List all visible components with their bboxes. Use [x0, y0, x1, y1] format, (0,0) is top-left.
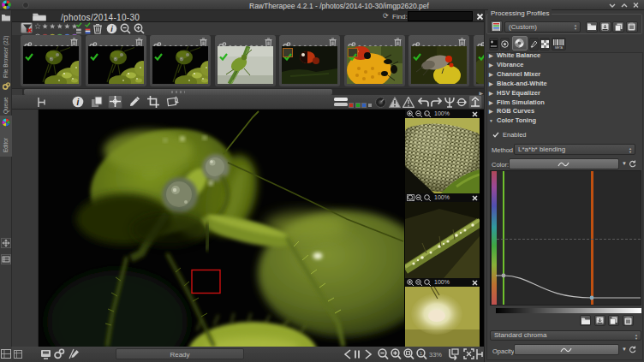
svg-text:i: i — [77, 98, 80, 107]
svg-text:1: 1 — [420, 351, 422, 356]
svg-text:META: META — [555, 46, 564, 49]
